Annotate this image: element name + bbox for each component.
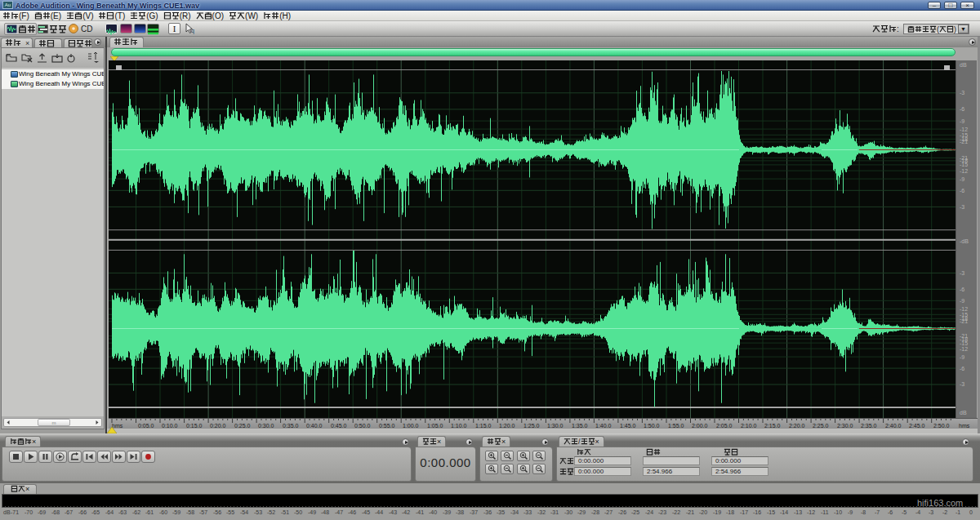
svg-text:q: q [191,28,194,34]
